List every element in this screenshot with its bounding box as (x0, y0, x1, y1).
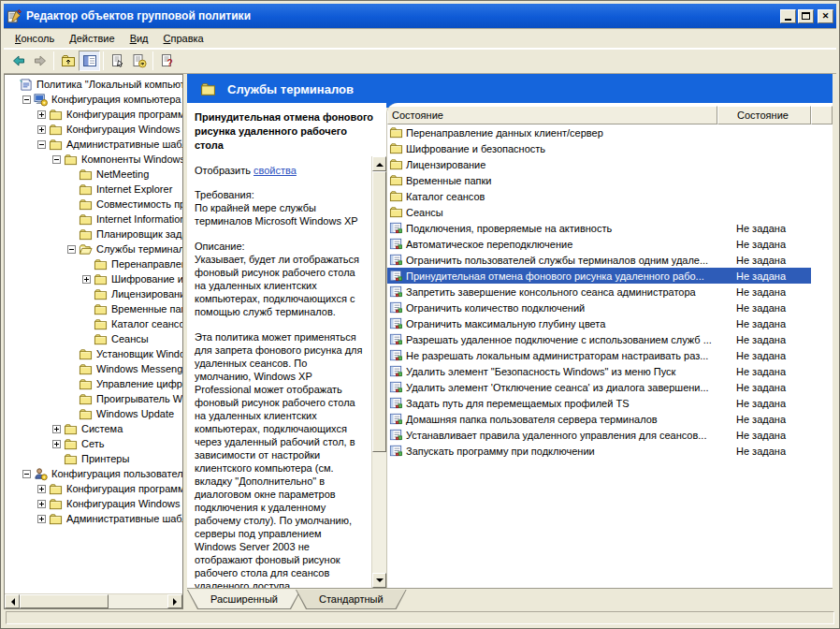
setting-cell[interactable]: Ограничить пользователей службы терминал… (387, 252, 717, 268)
forward-button[interactable] (29, 51, 51, 71)
expand-icon[interactable] (37, 515, 46, 523)
tree-item[interactable]: Компоненты Windows (5, 152, 182, 167)
maximize-button[interactable] (798, 9, 814, 23)
tab-standard[interactable]: Стандартный (296, 590, 407, 609)
scroll-track[interactable] (109, 594, 167, 608)
tree-item[interactable]: Принтеры (5, 451, 182, 466)
column-header-state[interactable]: Состояние (717, 106, 811, 124)
tree-item[interactable]: Проигрыватель Windows Media (5, 391, 182, 406)
help-button[interactable]: ? (156, 51, 178, 71)
tree-item[interactable]: Сеть (5, 436, 182, 451)
list-policy-row[interactable]: Удалить элемент 'Отключение сеанса' из д… (387, 379, 833, 395)
up-one-level-button[interactable] (57, 51, 79, 71)
setting-cell[interactable]: Временные папки (387, 172, 717, 188)
minimize-button[interactable] (780, 9, 796, 23)
list-policy-row[interactable]: Принудительная отмена фонового рисунка у… (387, 268, 833, 284)
setting-cell[interactable]: Лицензирование (387, 156, 717, 172)
description-scrollbar[interactable] (371, 156, 386, 588)
list-folder-row[interactable]: Сеансы (387, 204, 833, 220)
list-policy-row[interactable]: Подключения, проверяемые на активностьНе… (387, 220, 833, 236)
tree-item[interactable]: Службы терминалов (5, 241, 182, 256)
tree-item[interactable]: Конфигурация Windows (5, 122, 182, 137)
tree-item[interactable]: Лицензирование (5, 286, 182, 301)
list-folder-row[interactable]: Каталог сеансов (387, 188, 833, 204)
setting-cell[interactable]: Удалить элемент 'Отключение сеанса' из д… (387, 379, 717, 395)
tree-item[interactable]: Система (5, 421, 182, 436)
menu-action[interactable]: Действие (62, 30, 122, 47)
menu-console[interactable]: Консоль (7, 30, 62, 47)
list-policy-row[interactable]: Ограничить максимальную глубину цветаНе … (387, 315, 833, 331)
list-folder-row[interactable]: Шифрование и безопасность (387, 140, 833, 156)
tree-item[interactable]: Конфигурация программ (5, 481, 182, 496)
expand-icon[interactable] (52, 440, 61, 448)
tree-item[interactable]: NetMeeting (5, 167, 182, 182)
setting-cell[interactable]: Разрешать удаленное подключение с исполь… (387, 331, 717, 347)
scroll-right-button[interactable] (167, 594, 182, 608)
expand-icon[interactable] (82, 275, 91, 284)
expand-icon[interactable] (37, 485, 46, 493)
tree-item[interactable]: Сеансы (5, 331, 182, 346)
setting-cell[interactable]: Запретить завершение консольного сеанса … (387, 284, 717, 300)
setting-cell[interactable]: Сеансы (387, 204, 717, 220)
expand-icon[interactable] (52, 425, 61, 433)
tree-item[interactable]: Каталог сеансов (5, 316, 182, 331)
tree-item[interactable]: Конфигурация пользователя (5, 466, 182, 481)
setting-cell[interactable]: Подключения, проверяемые на активность (387, 220, 717, 236)
setting-cell[interactable]: Принудительная отмена фонового рисунка у… (387, 268, 717, 284)
setting-cell[interactable]: Удалить элемент "Безопасность Windows" и… (387, 363, 717, 379)
list-policy-row[interactable]: Разрешать удаленное подключение с исполь… (387, 331, 833, 347)
setting-cell[interactable]: Каталог сеансов (387, 188, 717, 204)
tree-item[interactable]: Конфигурация программ (5, 107, 182, 122)
title-bar[interactable]: Редактор объектов групповой политики ✕ (4, 4, 836, 28)
menu-view[interactable]: Вид (123, 30, 156, 47)
tree-item[interactable]: Конфигурация компьютера (5, 92, 182, 107)
tree-item[interactable]: Административные шаблоны (5, 137, 182, 152)
vertical-scroll-thumb[interactable] (372, 171, 386, 452)
setting-cell[interactable]: Домашняя папка пользователя сервера терм… (387, 411, 717, 427)
list-policy-row[interactable]: Устанавливает правила удаленного управле… (387, 427, 833, 443)
tree-horizontal-scrollbar[interactable] (5, 593, 182, 608)
list-policy-row[interactable]: Не разрешать локальным администраторам н… (387, 347, 833, 363)
scroll-left-button[interactable] (5, 594, 20, 608)
setting-cell[interactable]: Задать путь для перемещаемых профилей TS (387, 395, 717, 411)
tree-item[interactable]: Управление цифровыми правами (5, 376, 182, 391)
expand-icon[interactable] (37, 125, 46, 134)
expand-icon[interactable] (37, 110, 46, 119)
setting-cell[interactable]: Перенаправление данных клиент/сервер (387, 124, 717, 140)
scroll-track[interactable] (372, 452, 386, 573)
scroll-up-button[interactable] (372, 156, 386, 171)
list-folder-row[interactable]: Лицензирование (387, 156, 833, 172)
tree-item[interactable]: Установщик Windows (5, 346, 182, 361)
collapse-icon[interactable] (22, 470, 31, 478)
close-button[interactable]: ✕ (818, 9, 833, 23)
back-button[interactable] (7, 51, 29, 71)
properties-button[interactable] (107, 51, 128, 71)
list-policy-row[interactable]: Домашняя папка пользователя сервера терм… (387, 411, 833, 427)
setting-cell[interactable]: Запускать программу при подключении (387, 443, 717, 459)
list-folder-row[interactable]: Временные папки (387, 172, 833, 188)
list-policy-row[interactable]: Запускать программу при подключенииНе за… (387, 443, 833, 459)
export-list-button[interactable] (128, 51, 150, 71)
setting-cell[interactable]: Не разрешать локальным администраторам н… (387, 347, 717, 363)
tab-extended[interactable]: Расширенный (187, 590, 301, 609)
tree-item[interactable]: Временные папки (5, 301, 182, 316)
collapse-icon[interactable] (67, 245, 76, 254)
list-policy-row[interactable]: Запретить завершение консольного сеанса … (387, 284, 833, 300)
setting-cell[interactable]: Шифрование и безопасность (387, 140, 717, 156)
tree-item[interactable]: Internet Information Services (5, 212, 182, 227)
setting-cell[interactable]: Автоматическое переподключение (387, 236, 717, 252)
list-policy-row[interactable]: Удалить элемент "Безопасность Windows" и… (387, 363, 833, 379)
setting-cell[interactable]: Ограничить максимальную глубину цвета (387, 315, 717, 331)
column-header-extra[interactable] (811, 106, 833, 124)
list-policy-row[interactable]: Автоматическое переподключениеНе задана (387, 236, 833, 252)
properties-link[interactable]: свойства (253, 165, 297, 176)
collapse-icon[interactable] (22, 95, 31, 104)
tree-item[interactable]: Политика "Локальный компьютер" (5, 77, 182, 92)
list-policy-row[interactable]: Ограничить пользователей службы терминал… (387, 252, 833, 268)
tree-item[interactable]: Перенаправление данных (5, 256, 182, 271)
list-policy-row[interactable]: Задать путь для перемещаемых профилей TS… (387, 395, 833, 411)
tree-item[interactable]: Планировщик заданий (5, 227, 182, 241)
scroll-down-button[interactable] (372, 573, 386, 588)
tree-item[interactable]: Конфигурация Windows (5, 496, 182, 511)
tree-item[interactable]: Административные шаблоны (5, 511, 182, 526)
